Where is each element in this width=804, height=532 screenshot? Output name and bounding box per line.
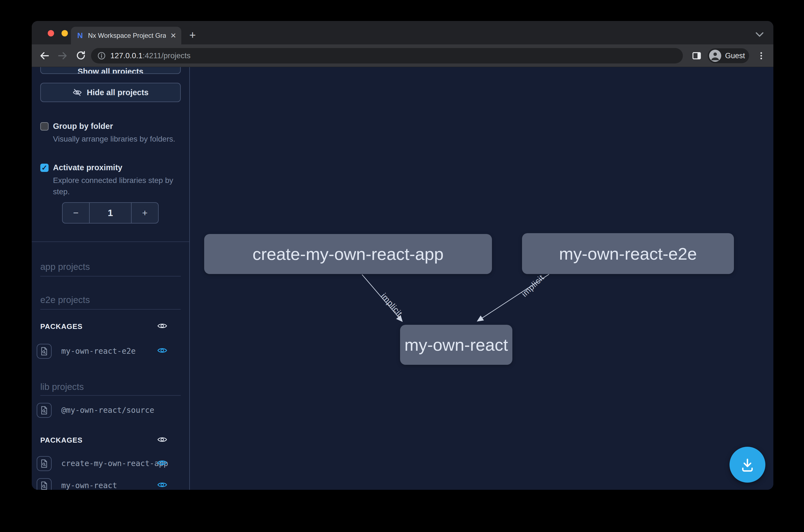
project-row-label[interactable]: my-own-react	[61, 481, 117, 490]
tab-strip: N Nx Workspace Project Graph ✕ +	[32, 21, 773, 44]
project-visibility-eye-icon[interactable]	[157, 481, 167, 489]
activate-proximity-checkbox[interactable]: ✓	[40, 164, 49, 172]
hide-all-projects-label: Hide all projects	[87, 88, 149, 97]
side-panel-button[interactable]	[689, 48, 704, 63]
graph-edges: implicit implicit	[190, 67, 773, 490]
file-search-icon	[40, 481, 49, 490]
node-label: create-my-own-react-app	[252, 244, 444, 264]
focus-project-button[interactable]	[37, 478, 52, 490]
activate-proximity-description: Explore connected libraries step by step…	[53, 175, 187, 197]
desktop: N Nx Workspace Project Graph ✕ +	[0, 0, 804, 532]
edge-label: implicit	[379, 291, 404, 318]
profile-label: Guest	[725, 52, 745, 60]
forward-button[interactable]	[55, 48, 70, 63]
eye-off-icon	[72, 88, 82, 97]
browser-tab[interactable]: N Nx Workspace Project Graph ✕	[71, 27, 181, 44]
graph-node-my-own-react-e2e[interactable]: my-own-react-e2e	[522, 233, 734, 274]
activate-proximity-label: Activate proximity	[53, 163, 122, 172]
profile-button[interactable]: Guest	[708, 48, 749, 63]
packages-heading: PACKAGES	[40, 322, 82, 331]
project-visibility-eye-icon[interactable]	[157, 346, 167, 354]
packages-eye-icon[interactable]	[157, 322, 167, 330]
show-all-projects-label: Show all projects	[78, 67, 143, 74]
nx-favicon-icon: N	[76, 32, 84, 40]
browser-window: N Nx Workspace Project Graph ✕ +	[32, 21, 773, 490]
show-all-projects-button[interactable]: Show all projects	[40, 67, 181, 74]
file-search-icon	[40, 459, 49, 468]
hide-all-projects-button[interactable]: Hide all projects	[40, 83, 181, 102]
focus-project-button[interactable]	[37, 456, 52, 471]
sidebar-divider	[32, 242, 190, 242]
edge-label: implicit	[519, 273, 546, 299]
e2e-projects-underline	[40, 309, 181, 309]
node-label: my-own-react	[404, 335, 508, 355]
page-content: Show all projects Hide all projects Grou…	[32, 67, 773, 490]
avatar	[709, 50, 721, 62]
project-row-label[interactable]: @my-own-react/source	[61, 406, 154, 415]
graph-node-create-my-own-react-app[interactable]: create-my-own-react-app	[204, 234, 492, 274]
back-button[interactable]	[37, 48, 52, 63]
browser-menu-button[interactable]	[753, 48, 769, 63]
proximity-stepper: − 1 +	[62, 202, 159, 224]
project-row-label[interactable]: my-own-react-e2e	[61, 346, 136, 356]
group-by-folder-label: Group by folder	[53, 122, 113, 131]
chevron-down-icon[interactable]	[754, 31, 765, 38]
file-search-icon	[40, 406, 49, 415]
node-label: my-own-react-e2e	[559, 244, 697, 264]
app-projects-heading: app projects	[40, 262, 90, 272]
url-host: 127.0.0.1	[110, 51, 142, 60]
project-row-label[interactable]: create-my-own-react-app	[61, 459, 168, 468]
group-by-folder-description: Visually arrange libraries by folders.	[53, 133, 187, 145]
address-bar[interactable]: 127.0.0.1:4211/projects	[91, 48, 683, 63]
checkmark-icon: ✓	[41, 164, 47, 172]
focus-project-button[interactable]	[37, 403, 52, 418]
sidebar: Show all projects Hide all projects Grou…	[32, 67, 190, 490]
packages-eye-icon[interactable]	[157, 436, 167, 443]
app-projects-underline	[40, 276, 181, 277]
browser-toolbar: 127.0.0.1:4211/projects Guest	[32, 44, 773, 67]
reload-button[interactable]	[73, 48, 89, 63]
stepper-decrement-button[interactable]: −	[63, 203, 90, 223]
close-window-button[interactable]	[48, 30, 54, 36]
download-graph-button[interactable]	[729, 447, 765, 482]
tab-close-icon[interactable]: ✕	[170, 32, 176, 40]
site-info-icon[interactable]	[97, 51, 106, 60]
graph-node-my-own-react[interactable]: my-own-react	[400, 325, 512, 365]
tab-title: Nx Workspace Project Graph	[88, 32, 166, 39]
e2e-projects-heading: e2e projects	[40, 295, 90, 305]
new-tab-button[interactable]: +	[186, 29, 199, 42]
file-search-icon	[40, 346, 49, 356]
lib-projects-underline	[40, 395, 181, 396]
url-text: 127.0.0.1:4211/projects	[110, 51, 191, 60]
project-graph-canvas[interactable]: implicit implicit create-my-own-react-ap…	[190, 67, 773, 490]
stepper-increment-button[interactable]: +	[131, 203, 158, 223]
download-icon	[739, 456, 756, 473]
stepper-value: 1	[90, 203, 131, 223]
minimize-window-button[interactable]	[61, 30, 68, 36]
project-visibility-eye-icon[interactable]	[157, 459, 167, 467]
focus-project-button[interactable]	[37, 344, 52, 359]
group-by-folder-checkbox[interactable]	[40, 122, 49, 131]
packages-heading: PACKAGES	[40, 436, 82, 444]
lib-projects-heading: lib projects	[40, 382, 84, 392]
url-path: :4211/projects	[142, 51, 191, 60]
